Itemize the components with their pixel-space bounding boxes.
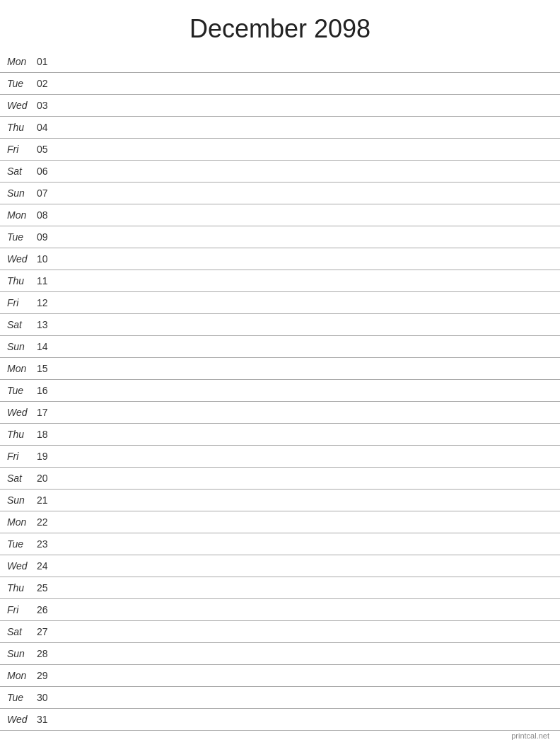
day-name: Sat xyxy=(7,166,35,177)
day-row: Thu11 xyxy=(0,270,560,292)
day-name: Tue xyxy=(7,231,35,243)
day-line xyxy=(57,434,553,435)
day-name: Mon xyxy=(7,363,35,374)
day-name: Wed xyxy=(7,560,35,572)
day-row: Thu18 xyxy=(0,424,560,446)
day-number: 31 xyxy=(37,714,57,725)
day-row: Mon08 xyxy=(0,204,560,226)
day-line xyxy=(57,193,553,194)
day-line xyxy=(57,456,553,457)
day-line xyxy=(57,127,553,128)
day-row: Sun28 xyxy=(0,643,560,665)
day-number: 13 xyxy=(37,319,57,330)
day-row: Mon22 xyxy=(0,511,560,533)
day-number: 22 xyxy=(37,516,57,528)
day-line xyxy=(57,478,553,479)
day-name: Sun xyxy=(7,648,35,659)
day-line xyxy=(57,390,553,391)
day-row: Tue09 xyxy=(0,226,560,248)
day-line xyxy=(57,83,553,84)
day-line xyxy=(57,500,553,501)
day-number: 17 xyxy=(37,407,57,418)
day-row: Wed03 xyxy=(0,95,560,117)
day-row: Sat27 xyxy=(0,621,560,643)
day-row: Fri19 xyxy=(0,446,560,468)
day-line xyxy=(57,566,553,567)
day-name: Fri xyxy=(7,604,35,615)
day-name: Tue xyxy=(7,385,35,396)
day-name: Wed xyxy=(7,253,35,265)
day-number: 14 xyxy=(37,341,57,352)
day-name: Tue xyxy=(7,692,35,703)
day-name: Mon xyxy=(7,516,35,528)
day-row: Tue23 xyxy=(0,533,560,555)
day-row: Mon01 xyxy=(0,51,560,73)
day-row: Thu04 xyxy=(0,117,560,139)
day-name: Wed xyxy=(7,100,35,111)
day-name: Tue xyxy=(7,538,35,550)
day-number: 05 xyxy=(37,144,57,155)
day-number: 11 xyxy=(37,275,57,286)
day-number: 26 xyxy=(37,604,57,615)
page-title: December 2098 xyxy=(0,0,560,51)
day-row: Wed31 xyxy=(0,709,560,731)
day-name: Sat xyxy=(7,319,35,330)
day-line xyxy=(57,369,553,369)
day-number: 16 xyxy=(37,385,57,396)
day-number: 28 xyxy=(37,648,57,659)
day-number: 19 xyxy=(37,451,57,462)
day-number: 25 xyxy=(37,582,57,593)
day-number: 24 xyxy=(37,560,57,572)
day-row: Wed17 xyxy=(0,402,560,424)
day-line xyxy=(57,171,553,172)
day-name: Wed xyxy=(7,407,35,418)
day-name: Sun xyxy=(7,187,35,199)
day-number: 23 xyxy=(37,538,57,550)
day-line xyxy=(57,149,553,150)
day-row: Sun14 xyxy=(0,336,560,358)
day-number: 07 xyxy=(37,187,57,199)
day-number: 21 xyxy=(37,494,57,506)
day-number: 03 xyxy=(37,100,57,111)
day-name: Mon xyxy=(7,670,35,681)
day-line xyxy=(57,259,553,260)
day-line xyxy=(57,632,553,632)
day-line xyxy=(57,281,553,282)
day-name: Fri xyxy=(7,144,35,155)
day-line xyxy=(57,303,553,303)
day-number: 29 xyxy=(37,670,57,681)
day-name: Thu xyxy=(7,275,35,286)
day-name: Thu xyxy=(7,582,35,593)
day-number: 18 xyxy=(37,429,57,440)
day-row: Mon15 xyxy=(0,358,560,380)
day-row: Sun21 xyxy=(0,490,560,511)
footer-text: printcal.net xyxy=(511,731,549,740)
day-name: Sat xyxy=(7,473,35,484)
day-line xyxy=(57,544,553,545)
day-line xyxy=(57,522,553,523)
day-line xyxy=(57,719,553,720)
day-line xyxy=(57,237,553,238)
day-row: Fri26 xyxy=(0,599,560,621)
day-line xyxy=(57,676,553,676)
day-number: 04 xyxy=(37,122,57,133)
day-line xyxy=(57,588,553,589)
day-number: 20 xyxy=(37,473,57,484)
day-row: Wed10 xyxy=(0,248,560,270)
day-line xyxy=(57,215,553,216)
calendar-rows: Mon01Tue02Wed03Thu04Fri05Sat06Sun07Mon08… xyxy=(0,51,560,731)
day-line xyxy=(57,347,553,347)
day-row: Sat06 xyxy=(0,161,560,183)
day-number: 09 xyxy=(37,231,57,243)
day-row: Sat20 xyxy=(0,468,560,490)
day-name: Wed xyxy=(7,714,35,725)
day-row: Mon29 xyxy=(0,665,560,687)
day-line xyxy=(57,697,553,698)
day-row: Sat13 xyxy=(0,314,560,336)
day-row: Thu25 xyxy=(0,577,560,599)
day-line xyxy=(57,412,553,413)
day-number: 02 xyxy=(37,78,57,89)
day-number: 15 xyxy=(37,363,57,374)
day-number: 30 xyxy=(37,692,57,703)
day-number: 12 xyxy=(37,297,57,308)
